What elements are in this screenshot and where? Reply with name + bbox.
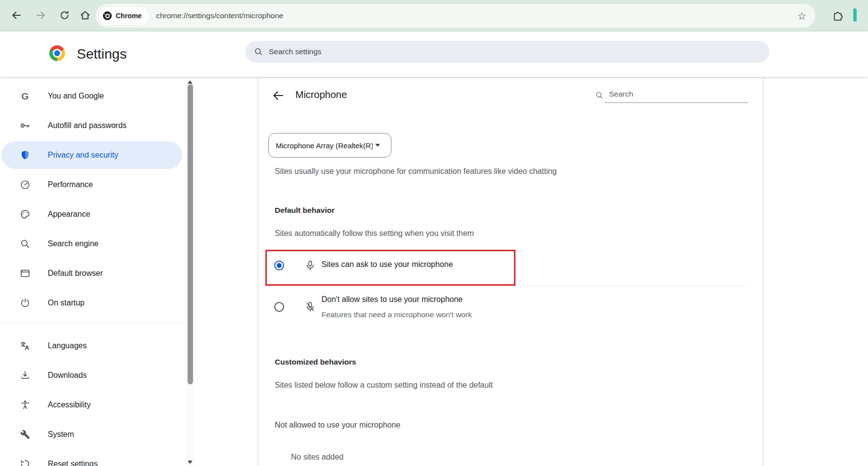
blocked-empty-label: No sites added bbox=[291, 453, 344, 462]
in-page-search-input[interactable]: Search bbox=[609, 90, 633, 99]
scrollbar-thumb[interactable] bbox=[188, 84, 193, 384]
google-g-icon: G bbox=[20, 91, 31, 101]
address-bar[interactable]: Chrome chrome://settings/content/microph… bbox=[96, 4, 815, 28]
sidebar-item-performance[interactable]: Performance bbox=[0, 170, 183, 200]
default-behavior-heading: Default behavior bbox=[275, 206, 334, 215]
chrome-badge-icon bbox=[103, 11, 112, 20]
sidebar-item-autofill[interactable]: Autofill and passwords bbox=[0, 111, 183, 140]
default-behavior-note: Sites automatically follow this setting … bbox=[275, 229, 474, 238]
site-info-badge[interactable]: Chrome bbox=[98, 7, 149, 25]
option-block-label[interactable]: Don't allow sites to use your microphone bbox=[321, 295, 463, 304]
browser-window-icon bbox=[20, 268, 31, 279]
forward-icon[interactable] bbox=[34, 9, 47, 22]
option-block-note: Features that need a microphone won't wo… bbox=[321, 310, 472, 319]
row-divider bbox=[516, 286, 747, 286]
sidebar-item-default-browser[interactable]: Default browser bbox=[0, 259, 183, 288]
site-badge-label: Chrome bbox=[116, 12, 142, 20]
chrome-logo-icon bbox=[49, 45, 65, 61]
reload-icon[interactable] bbox=[58, 9, 71, 22]
wrench-icon bbox=[20, 429, 31, 440]
settings-menu: G You and Google Autofill and passwords … bbox=[0, 81, 183, 466]
microphone-device-value: Microphone Array (Realtek(R) Au bbox=[276, 141, 373, 150]
customized-behaviors-heading: Customized behaviors bbox=[275, 358, 356, 366]
shield-icon bbox=[20, 150, 31, 161]
customized-behaviors-note: Sites listed below follow a custom setti… bbox=[275, 381, 493, 390]
sidebar-item-label: Languages bbox=[48, 341, 87, 350]
search-underline bbox=[605, 102, 748, 103]
red-highlight-box bbox=[265, 250, 515, 286]
palette-icon bbox=[20, 209, 31, 220]
sidebar-item-downloads[interactable]: Downloads bbox=[0, 361, 183, 390]
device-note: Sites usually use your microphone for co… bbox=[275, 167, 557, 176]
microphone-settings-card: Microphone Search Microphone Array (Real… bbox=[258, 77, 763, 466]
sidebar-item-label: Performance bbox=[48, 180, 93, 189]
sidebar-item-label: You and Google bbox=[48, 92, 104, 100]
home-icon[interactable] bbox=[79, 9, 92, 22]
sidebar-item-reset-settings[interactable]: Reset settings bbox=[0, 449, 183, 466]
accessibility-person-icon bbox=[20, 399, 31, 410]
sidebar-item-languages[interactable]: Languages bbox=[0, 331, 183, 361]
sidebar-item-label: Accessibility bbox=[48, 400, 91, 409]
microphone-off-icon bbox=[304, 301, 316, 313]
app-title: Settings bbox=[77, 32, 127, 77]
sidebar-item-on-startup[interactable]: On startup bbox=[0, 288, 183, 318]
sidebar-item-appearance[interactable]: Appearance bbox=[0, 200, 183, 229]
sidebar-item-label: Appearance bbox=[48, 210, 90, 219]
browser-toolbar: Chrome chrome://settings/content/microph… bbox=[0, 0, 868, 32]
sidebar-item-label: Privacy and security bbox=[48, 151, 118, 160]
settings-search-input[interactable]: Search settings bbox=[245, 41, 770, 63]
reset-arrow-icon bbox=[20, 459, 31, 466]
power-icon bbox=[20, 298, 31, 308]
sidebar-item-label: Reset settings bbox=[48, 460, 97, 466]
sidebar-item-label: Default browser bbox=[48, 269, 103, 278]
menu-scrollbar[interactable] bbox=[186, 77, 194, 466]
radio-dont-allow[interactable] bbox=[274, 302, 284, 312]
sidebar-item-label: Autofill and passwords bbox=[48, 121, 127, 130]
sidebar-item-search-engine[interactable]: Search engine bbox=[0, 229, 183, 259]
sidebar-item-system[interactable]: System bbox=[0, 420, 183, 449]
settings-header: Settings Search settings bbox=[0, 32, 868, 77]
settings-search-placeholder: Search settings bbox=[269, 47, 321, 56]
url-text[interactable]: chrome://settings/content/microphone bbox=[156, 11, 283, 20]
back-arrow-button[interactable] bbox=[272, 89, 285, 102]
microphone-device-dropdown[interactable]: Microphone Array (Realtek(R) Au bbox=[268, 133, 391, 158]
blocked-section-label: Not allowed to use your microphone bbox=[275, 421, 400, 430]
speedometer-icon bbox=[20, 179, 31, 190]
sidebar-item-label: System bbox=[48, 430, 74, 439]
sidebar-divider bbox=[0, 323, 186, 323]
search-icon bbox=[595, 91, 604, 100]
chevron-down-icon bbox=[375, 144, 380, 147]
scrollbar-up-arrow[interactable] bbox=[188, 80, 193, 84]
extensions-icon[interactable] bbox=[831, 9, 844, 22]
scrollbar-down-arrow[interactable] bbox=[188, 461, 193, 464]
key-icon bbox=[20, 120, 31, 131]
sidebar-item-label: On startup bbox=[48, 299, 85, 307]
profile-avatar-edge[interactable] bbox=[853, 8, 857, 22]
back-icon[interactable] bbox=[10, 9, 23, 22]
chrome-settings-microphone-page: { "browser": { "badge_label": "Chrome", … bbox=[0, 0, 868, 466]
sidebar-item-accessibility[interactable]: Accessibility bbox=[0, 390, 183, 420]
sidebar-item-label: Downloads bbox=[48, 371, 87, 380]
magnifier-icon bbox=[20, 238, 31, 249]
search-icon bbox=[254, 47, 263, 56]
sidebar-item-label: Search engine bbox=[48, 239, 98, 248]
page-title: Microphone bbox=[295, 89, 347, 100]
sidebar-item-privacy-security[interactable]: Privacy and security bbox=[0, 140, 183, 170]
sidebar-item-you-and-google[interactable]: G You and Google bbox=[0, 81, 183, 111]
bookmark-star-icon[interactable]: ☆ bbox=[797, 11, 806, 21]
translate-icon bbox=[20, 340, 31, 351]
download-icon bbox=[20, 370, 31, 381]
